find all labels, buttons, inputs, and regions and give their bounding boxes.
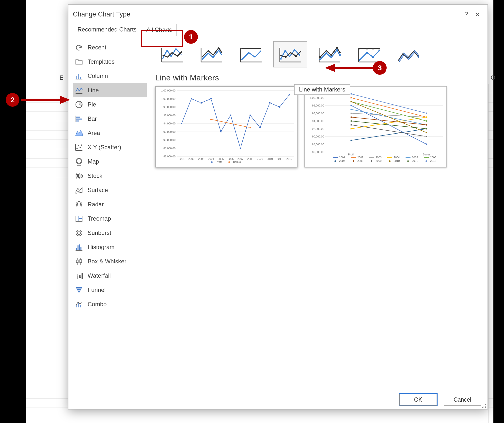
svg-rect-97 (372, 56, 374, 58)
tab-recommended-charts[interactable]: Recommended Charts (73, 24, 141, 36)
cat-stock[interactable]: Stock (73, 169, 147, 183)
subtype-line-with-markers[interactable] (273, 41, 307, 67)
annotation-badge-3: 3 (373, 61, 387, 75)
cat-label: Area (88, 130, 100, 136)
cat-label: Funnel (88, 287, 106, 293)
svg-point-188 (426, 136, 427, 137)
svg-point-128 (249, 114, 251, 116)
svg-point-183 (350, 139, 352, 141)
svg-text:90,000.00: 90,000.00 (312, 135, 324, 138)
svg-text:Profit: Profit (216, 160, 222, 163)
svg-text:2012: 2012 (286, 157, 292, 160)
cat-bar[interactable]: Bar (73, 112, 147, 126)
svg-point-122 (190, 98, 192, 100)
chart-subtype-row (155, 40, 482, 67)
scatter-chart-icon (75, 143, 83, 151)
help-button[interactable]: ? (460, 10, 472, 18)
svg-point-177 (350, 128, 352, 130)
svg-text:2008: 2008 (247, 157, 253, 160)
svg-point-134 (249, 127, 251, 128)
cat-pie[interactable]: Pie (73, 97, 147, 112)
change-chart-type-dialog: Change Chart Type ? × Recommended Charts… (68, 4, 488, 409)
svg-point-126 (230, 114, 232, 116)
cat-combo[interactable]: Combo (73, 297, 147, 311)
cat-templates[interactable]: Templates (73, 55, 147, 69)
ok-button[interactable]: OK (399, 394, 437, 406)
cat-label: Map (88, 158, 99, 165)
close-button[interactable]: × (472, 10, 483, 19)
subtype-3d-line[interactable] (392, 41, 425, 67)
cat-surface[interactable]: Surface (73, 183, 147, 197)
cat-area[interactable]: Area (73, 126, 147, 140)
svg-point-190 (426, 132, 427, 134)
svg-rect-80 (295, 55, 297, 57)
svg-point-26 (78, 145, 79, 146)
column-chart-icon (75, 72, 83, 80)
svg-text:96,000.00: 96,000.00 (312, 112, 324, 115)
svg-rect-59 (79, 275, 81, 277)
cat-label: Box & Whisker (88, 258, 126, 265)
box-whisker-icon (75, 257, 83, 266)
svg-point-28 (81, 145, 82, 146)
svg-text:2003: 2003 (376, 156, 381, 159)
cancel-button[interactable]: Cancel (444, 394, 481, 406)
cat-label: Surface (88, 187, 108, 194)
cat-line[interactable]: Line (73, 83, 147, 97)
svg-text:2012: 2012 (430, 159, 436, 162)
annotation-arrow-2 (21, 95, 70, 107)
subtype-stacked-line[interactable] (195, 41, 228, 67)
cat-scatter[interactable]: X Y (Scatter) (73, 140, 147, 154)
svg-marker-40 (77, 203, 81, 206)
cat-recent[interactable]: Recent (73, 40, 147, 55)
cat-map[interactable]: Map (73, 154, 147, 169)
svg-rect-100 (366, 48, 368, 49)
cat-radar[interactable]: Radar (73, 197, 147, 212)
dialog-titlebar[interactable]: Change Chart Type ? × (68, 5, 488, 24)
svg-text:2001: 2001 (339, 156, 345, 159)
svg-rect-79 (290, 52, 291, 53)
cat-label: Pie (88, 101, 96, 108)
annotation-box-1 (141, 30, 183, 47)
cat-sunburst[interactable]: Sunburst (73, 226, 147, 240)
svg-rect-56 (80, 260, 82, 263)
column-header[interactable]: O (491, 74, 495, 81)
globe-icon (75, 157, 83, 166)
chart-preview-2[interactable]: 86,000.0088,000.0090,000.0092,000.0094,0… (304, 86, 447, 167)
combo-chart-icon (75, 300, 83, 308)
svg-text:1,02,000.00: 1,02,000.00 (161, 89, 175, 92)
black-margin (0, 0, 26, 423)
svg-point-191 (350, 120, 352, 122)
cat-label: Radar (88, 201, 104, 208)
cat-treemap[interactable]: Treemap (73, 212, 147, 226)
chart-preview-1[interactable]: 86,000.0088,000.0090,000.0092,000.0094,0… (155, 86, 298, 167)
resize-grip[interactable] (482, 404, 487, 408)
svg-text:2006: 2006 (228, 157, 234, 160)
svg-rect-83 (319, 59, 321, 60)
cat-label: Histogram (88, 244, 114, 251)
svg-rect-81 (300, 51, 301, 52)
svg-text:2009: 2009 (376, 159, 381, 162)
cat-histogram[interactable]: Histogram (73, 240, 147, 254)
svg-rect-60 (81, 273, 82, 279)
svg-rect-57 (76, 276, 77, 279)
svg-rect-101 (372, 48, 374, 49)
cat-label: Sunburst (88, 229, 111, 236)
folder-icon (75, 58, 83, 66)
svg-point-25 (77, 148, 78, 149)
subtype-100-stacked-line[interactable] (234, 41, 268, 67)
cat-funnel[interactable]: Funnel (73, 283, 147, 297)
svg-point-185 (350, 116, 352, 118)
svg-point-131 (279, 106, 281, 108)
svg-rect-89 (326, 50, 327, 51)
column-header[interactable]: E (53, 74, 70, 84)
cat-waterfall[interactable]: Waterfall (73, 269, 147, 283)
svg-rect-91 (336, 47, 338, 48)
svg-text:2009: 2009 (257, 157, 263, 160)
svg-point-175 (350, 112, 352, 114)
svg-rect-84 (326, 52, 327, 54)
svg-text:88,000.00: 88,000.00 (163, 147, 175, 150)
svg-text:Profit: Profit (348, 153, 354, 156)
cat-column[interactable]: Column (73, 69, 147, 83)
svg-point-187 (350, 124, 352, 126)
cat-box-whisker[interactable]: Box & Whisker (73, 254, 147, 269)
